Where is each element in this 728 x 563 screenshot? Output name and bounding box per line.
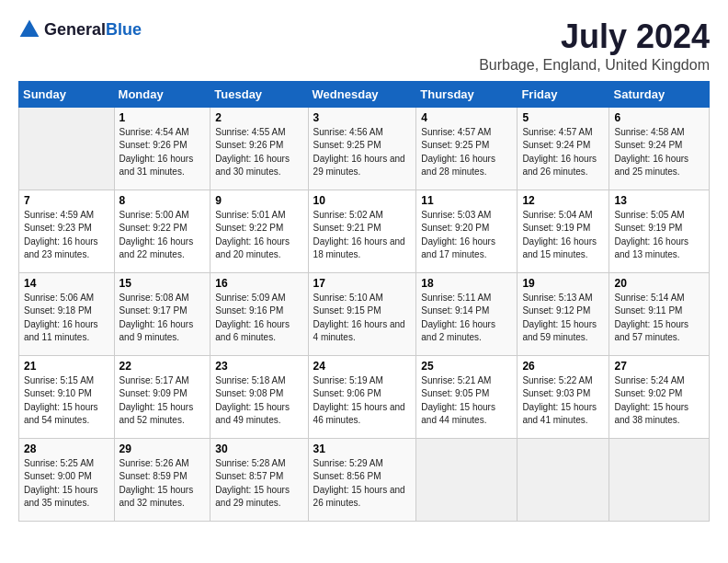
logo-blue: Blue <box>106 20 142 39</box>
calendar-cell: 4Sunrise: 4:57 AMSunset: 9:25 PMDaylight… <box>416 107 518 190</box>
day-number: 19 <box>522 277 604 290</box>
day-number: 16 <box>215 277 302 290</box>
day-info: Sunrise: 4:54 AMSunset: 9:26 PMDaylight:… <box>119 126 206 179</box>
calendar-week-row: 7Sunrise: 4:59 AMSunset: 9:23 PMDaylight… <box>19 190 710 272</box>
day-info: Sunrise: 5:02 AMSunset: 9:21 PMDaylight:… <box>313 209 412 262</box>
day-header-friday: Friday <box>518 81 609 107</box>
day-info: Sunrise: 5:03 AMSunset: 9:20 PMDaylight:… <box>421 209 512 262</box>
calendar-cell <box>609 438 710 521</box>
calendar-cell: 19Sunrise: 5:13 AMSunset: 9:12 PMDayligh… <box>518 272 609 355</box>
day-info: Sunrise: 5:04 AMSunset: 9:19 PMDaylight:… <box>522 209 604 262</box>
day-info: Sunrise: 5:22 AMSunset: 9:03 PMDaylight:… <box>522 374 604 428</box>
title-area: July 2024 Burbage, England, United Kingd… <box>479 18 710 74</box>
day-info: Sunrise: 5:14 AMSunset: 9:11 PMDaylight:… <box>614 292 704 345</box>
calendar-cell: 16Sunrise: 5:09 AMSunset: 9:16 PMDayligh… <box>210 272 308 355</box>
calendar-table: SundayMondayTuesdayWednesdayThursdayFrid… <box>18 81 710 522</box>
calendar-week-row: 14Sunrise: 5:06 AMSunset: 9:18 PMDayligh… <box>19 272 710 355</box>
calendar-week-row: 28Sunrise: 5:25 AMSunset: 9:00 PMDayligh… <box>19 438 710 521</box>
day-info: Sunrise: 4:58 AMSunset: 9:24 PMDaylight:… <box>614 126 704 179</box>
calendar-cell: 30Sunrise: 5:28 AMSunset: 8:57 PMDayligh… <box>210 438 308 521</box>
day-number: 22 <box>119 360 206 373</box>
day-info: Sunrise: 4:59 AMSunset: 9:23 PMDaylight:… <box>24 209 109 262</box>
day-number: 12 <box>522 194 604 207</box>
day-info: Sunrise: 5:24 AMSunset: 9:02 PMDaylight:… <box>614 374 704 428</box>
day-info: Sunrise: 5:00 AMSunset: 9:22 PMDaylight:… <box>119 209 206 262</box>
day-info: Sunrise: 5:01 AMSunset: 9:22 PMDaylight:… <box>215 209 302 262</box>
calendar-cell: 1Sunrise: 4:54 AMSunset: 9:26 PMDaylight… <box>114 107 210 190</box>
day-info: Sunrise: 5:15 AMSunset: 9:10 PMDaylight:… <box>24 374 109 428</box>
day-number: 2 <box>215 111 302 124</box>
logo: GeneralBlue <box>18 18 142 40</box>
day-number: 9 <box>215 194 302 207</box>
calendar-cell: 12Sunrise: 5:04 AMSunset: 9:19 PMDayligh… <box>518 190 609 272</box>
page-header: GeneralBlue July 2024 Burbage, England, … <box>18 18 710 74</box>
day-number: 31 <box>313 442 412 455</box>
logo-icon <box>18 18 40 40</box>
calendar-cell: 29Sunrise: 5:26 AMSunset: 8:59 PMDayligh… <box>114 438 210 521</box>
calendar-cell: 13Sunrise: 5:05 AMSunset: 9:19 PMDayligh… <box>609 190 710 272</box>
calendar-cell <box>19 107 115 190</box>
calendar-cell: 7Sunrise: 4:59 AMSunset: 9:23 PMDaylight… <box>19 190 115 272</box>
day-number: 15 <box>119 277 206 290</box>
day-info: Sunrise: 5:13 AMSunset: 9:12 PMDaylight:… <box>522 292 604 345</box>
calendar-week-row: 1Sunrise: 4:54 AMSunset: 9:26 PMDaylight… <box>19 107 710 190</box>
day-number: 20 <box>614 277 704 290</box>
day-number: 4 <box>421 111 512 124</box>
day-header-tuesday: Tuesday <box>210 81 308 107</box>
day-info: Sunrise: 5:25 AMSunset: 9:00 PMDaylight:… <box>24 457 109 511</box>
day-number: 26 <box>522 360 604 373</box>
calendar-cell: 26Sunrise: 5:22 AMSunset: 9:03 PMDayligh… <box>518 355 609 438</box>
day-header-wednesday: Wednesday <box>308 81 416 107</box>
day-header-sunday: Sunday <box>19 81 115 107</box>
day-number: 3 <box>313 111 412 124</box>
day-number: 18 <box>421 277 512 290</box>
day-info: Sunrise: 5:28 AMSunset: 8:57 PMDaylight:… <box>215 457 302 511</box>
location-title: Burbage, England, United Kingdom <box>479 57 710 74</box>
day-info: Sunrise: 5:06 AMSunset: 9:18 PMDaylight:… <box>24 292 109 345</box>
day-number: 29 <box>119 442 206 455</box>
day-info: Sunrise: 5:21 AMSunset: 9:05 PMDaylight:… <box>421 374 512 428</box>
day-number: 14 <box>24 277 109 290</box>
day-info: Sunrise: 5:17 AMSunset: 9:09 PMDaylight:… <box>119 374 206 428</box>
calendar-cell: 27Sunrise: 5:24 AMSunset: 9:02 PMDayligh… <box>609 355 710 438</box>
day-number: 30 <box>215 442 302 455</box>
day-number: 8 <box>119 194 206 207</box>
day-number: 25 <box>421 360 512 373</box>
day-info: Sunrise: 5:19 AMSunset: 9:06 PMDaylight:… <box>313 374 412 428</box>
day-number: 1 <box>119 111 206 124</box>
calendar-cell: 17Sunrise: 5:10 AMSunset: 9:15 PMDayligh… <box>308 272 416 355</box>
calendar-header-row: SundayMondayTuesdayWednesdayThursdayFrid… <box>19 81 710 107</box>
day-header-saturday: Saturday <box>609 81 710 107</box>
logo-general: General <box>44 20 106 39</box>
calendar-cell: 24Sunrise: 5:19 AMSunset: 9:06 PMDayligh… <box>308 355 416 438</box>
day-number: 13 <box>614 194 704 207</box>
day-number: 11 <box>421 194 512 207</box>
day-number: 17 <box>313 277 412 290</box>
calendar-cell: 3Sunrise: 4:56 AMSunset: 9:25 PMDaylight… <box>308 107 416 190</box>
day-info: Sunrise: 5:05 AMSunset: 9:19 PMDaylight:… <box>614 209 704 262</box>
day-number: 23 <box>215 360 302 373</box>
svg-marker-0 <box>20 20 40 37</box>
calendar-cell: 14Sunrise: 5:06 AMSunset: 9:18 PMDayligh… <box>19 272 115 355</box>
calendar-cell: 23Sunrise: 5:18 AMSunset: 9:08 PMDayligh… <box>210 355 308 438</box>
day-number: 21 <box>24 360 109 373</box>
day-info: Sunrise: 5:11 AMSunset: 9:14 PMDaylight:… <box>421 292 512 345</box>
day-info: Sunrise: 5:29 AMSunset: 8:56 PMDaylight:… <box>313 457 412 511</box>
calendar-cell: 2Sunrise: 4:55 AMSunset: 9:26 PMDaylight… <box>210 107 308 190</box>
day-info: Sunrise: 5:18 AMSunset: 9:08 PMDaylight:… <box>215 374 302 428</box>
day-info: Sunrise: 4:57 AMSunset: 9:25 PMDaylight:… <box>421 126 512 179</box>
calendar-cell: 10Sunrise: 5:02 AMSunset: 9:21 PMDayligh… <box>308 190 416 272</box>
day-number: 5 <box>522 111 604 124</box>
calendar-cell: 20Sunrise: 5:14 AMSunset: 9:11 PMDayligh… <box>609 272 710 355</box>
day-number: 24 <box>313 360 412 373</box>
calendar-cell: 22Sunrise: 5:17 AMSunset: 9:09 PMDayligh… <box>114 355 210 438</box>
day-info: Sunrise: 5:08 AMSunset: 9:17 PMDaylight:… <box>119 292 206 345</box>
calendar-cell: 9Sunrise: 5:01 AMSunset: 9:22 PMDaylight… <box>210 190 308 272</box>
logo-text: GeneralBlue <box>44 20 142 40</box>
calendar-cell <box>518 438 609 521</box>
month-title: July 2024 <box>479 18 710 55</box>
calendar-cell: 5Sunrise: 4:57 AMSunset: 9:24 PMDaylight… <box>518 107 609 190</box>
day-number: 28 <box>24 442 109 455</box>
calendar-cell: 8Sunrise: 5:00 AMSunset: 9:22 PMDaylight… <box>114 190 210 272</box>
day-info: Sunrise: 4:56 AMSunset: 9:25 PMDaylight:… <box>313 126 412 179</box>
